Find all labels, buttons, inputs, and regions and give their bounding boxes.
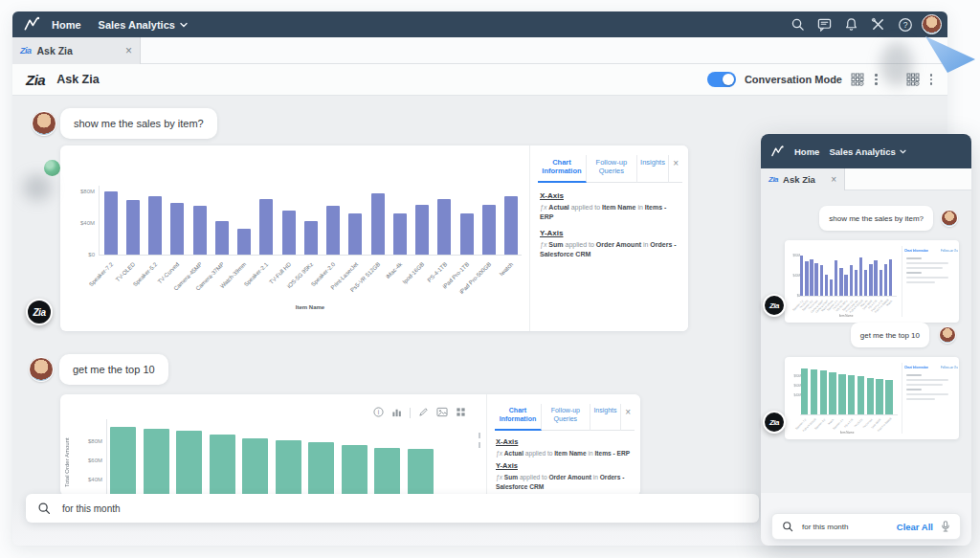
conversation-mode-toggle[interactable] (707, 72, 736, 87)
y-axis-description: ƒx Sum applied to Order Amount in Orders… (540, 240, 679, 260)
chart-bar (415, 205, 429, 255)
x-tick-label: iOS-5G 95Kz (271, 261, 314, 304)
panel-close-icon[interactable]: × (669, 155, 682, 183)
chart-bar (876, 379, 882, 414)
search-input[interactable]: for this month (802, 523, 897, 531)
chart-bar (259, 199, 273, 255)
page-title: Ask Zia (56, 73, 99, 86)
user-message-text: get me the top 10 (73, 364, 155, 375)
chevron-down-icon (900, 149, 906, 154)
x-axis-heading: X-Axis (540, 191, 679, 200)
more-options-icon[interactable] (873, 72, 880, 87)
chart-bar (342, 445, 368, 496)
mini-preview-window: Home Sales Analytics Zia Ask Zia × show … (761, 134, 971, 546)
axis-line (800, 414, 898, 415)
tab-close-icon[interactable]: × (831, 175, 836, 185)
chart-bar (839, 268, 842, 296)
tab-follow-up-queries[interactable]: Follow-up Queries (587, 155, 637, 183)
chart-bar (170, 203, 184, 255)
svg-text:?: ? (902, 20, 907, 30)
chart-bar (869, 264, 872, 296)
chart-bar (889, 259, 892, 296)
x-tick-label: Camera-37MP (182, 261, 225, 304)
clear-all-button[interactable]: Clear All (897, 522, 933, 532)
chart-info-panel: Chart Information Follow-up Queries Insi… (529, 145, 688, 331)
mini-info-panel: Chart Information Follow-up Queries Insi… (902, 363, 958, 434)
chart-bar (104, 191, 118, 255)
y-tick-label: $80M (74, 438, 102, 444)
chart-bar (393, 213, 407, 255)
chart-bar (800, 256, 803, 296)
notifications-bell-icon[interactable] (841, 14, 861, 34)
y-tick-label: $60M (790, 385, 801, 388)
user-avatar[interactable] (922, 14, 942, 34)
chart-bar (844, 275, 847, 296)
mini-chart-card-1: $80M$40M$0Speaker-7.2TV-OLEDSpeaker-5.2T… (785, 240, 959, 323)
microphone-icon[interactable] (941, 521, 950, 532)
help-icon[interactable]: ? (895, 14, 915, 34)
nav-home[interactable]: Home (52, 19, 81, 31)
chart-bar (858, 376, 864, 414)
chart-bar (874, 260, 877, 296)
chart-bar (371, 193, 385, 255)
chart-bar (408, 449, 434, 496)
chart-bar (850, 265, 853, 296)
mini-info-panel: Chart Information Follow-up Queries Insi… (902, 246, 958, 317)
chart-card-top-10: i Total Order Amount Chart Information F… (60, 394, 640, 496)
y-tick-label: $0 (789, 295, 800, 298)
green-dot-decoration (44, 160, 60, 176)
grid-settings-icon[interactable] (851, 73, 864, 86)
x-tick-label: TV-OLED (93, 261, 136, 304)
search-input[interactable]: for this month (62, 503, 121, 514)
chart-bar (126, 200, 140, 255)
chart-bar (326, 206, 340, 255)
zia-tab-icon: Zia (768, 175, 778, 184)
chart-bar (237, 229, 251, 255)
tab-ask-zia[interactable]: Zia Ask Zia × (12, 37, 141, 64)
tab-close-icon[interactable]: × (125, 45, 132, 56)
search-icon[interactable] (788, 14, 808, 34)
chart-bar (144, 429, 169, 496)
plot-area: $80M$60M$40M (60, 394, 640, 496)
chart-bar (482, 205, 496, 255)
mini-bar-chart-1: $80M$40M$0Speaker-7.2TV-OLEDSpeaker-5.2T… (785, 240, 902, 323)
chart-bar (884, 264, 887, 296)
x-tick-label: TV-Curved (137, 261, 180, 304)
y-tick-label: $80M (789, 255, 800, 257)
tab-strip: Zia Ask Zia × (12, 37, 947, 64)
search-icon (782, 521, 793, 532)
mini-bar-chart-2: $80M$60M$40MSpeaker-7.2Ps5-VR 512GBSpeak… (785, 357, 902, 439)
ask-zia-search-bar[interactable]: for this month (26, 494, 759, 523)
tools-icon[interactable] (868, 14, 888, 34)
nav-workspace[interactable]: Sales Analytics (99, 19, 188, 31)
tab-ask-zia[interactable]: Zia Ask Zia × (761, 168, 845, 190)
y-tick-label: $40M (66, 220, 95, 226)
nav-home[interactable]: Home (794, 146, 819, 157)
chart-bar (838, 374, 845, 414)
x-tick-label: iMac-4k (360, 261, 403, 304)
chart-bar (805, 261, 808, 296)
y-tick-label: $40M (789, 275, 800, 278)
chart-bar (210, 435, 235, 496)
chart-bar (176, 431, 202, 496)
info-panel-tabs: Chart Information Follow-up Queries Insi… (530, 145, 688, 183)
conversation-mode-label: Conversation Mode (745, 74, 842, 85)
chart-bar (820, 265, 823, 296)
chart-bar (825, 275, 828, 296)
y-axis-heading: Y-Axis (540, 229, 679, 237)
analytics-logo-icon[interactable] (22, 14, 42, 34)
feedback-icon[interactable] (814, 14, 835, 34)
chart-bar (304, 221, 318, 255)
tab-chart-information[interactable]: Chart Information (538, 155, 587, 183)
nav-workspace[interactable]: Sales Analytics (829, 146, 905, 157)
x-tick-label: PS-4-1TB (405, 261, 448, 304)
chart-bar (374, 448, 400, 496)
chart-bar (801, 368, 808, 414)
mini-search-bar[interactable]: for this month Clear All (771, 513, 961, 540)
x-tick-label: Speaker-2.1 (226, 261, 269, 304)
mini-chat-area: show me the sales by item? $80M$40M$0Spe… (761, 190, 971, 493)
chart-bar (880, 270, 882, 296)
tab-insights[interactable]: Insights (637, 155, 669, 183)
mini-chart-card-2: $80M$60M$40MSpeaker-7.2Ps5-VR 512GBSpeak… (785, 357, 959, 439)
user-message-bubble: get me the top 10 (59, 354, 168, 385)
